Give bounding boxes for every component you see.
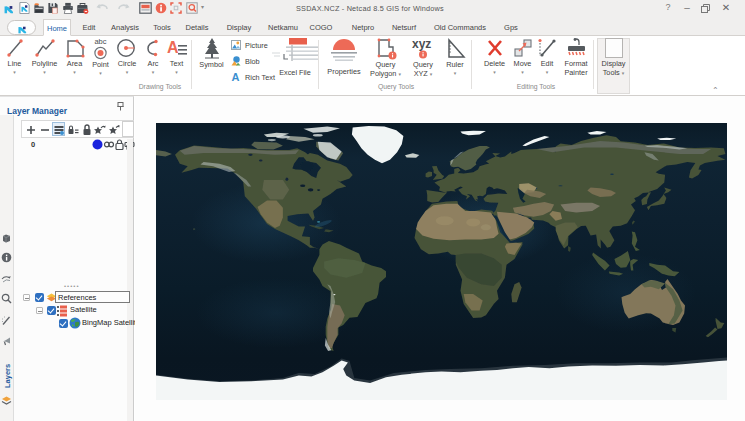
svg-text:xyz: xyz — [412, 37, 431, 51]
svg-text:A: A — [167, 39, 179, 56]
svg-text:A: A — [232, 72, 240, 82]
